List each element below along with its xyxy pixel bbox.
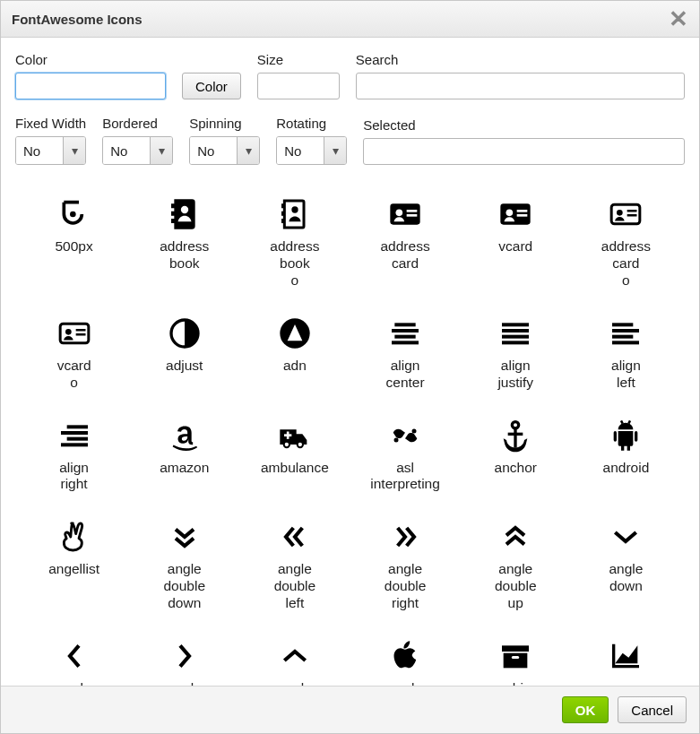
icon-label: angle down	[609, 561, 643, 595]
selected-input[interactable]	[363, 138, 685, 165]
icon-anchor[interactable]: anchor	[461, 408, 571, 510]
icon-angle-double-right[interactable]: angle double right	[350, 509, 460, 628]
icon-adjust[interactable]: adjust	[129, 306, 239, 408]
svg-point-8	[506, 210, 514, 217]
icon-angle-up[interactable]: angle up	[239, 628, 350, 686]
color-label: Color	[15, 52, 166, 67]
cancel-button[interactable]: Cancel	[618, 696, 687, 723]
icon-label: ambulance	[261, 460, 329, 477]
icon-ambulance[interactable]: ambulance	[239, 408, 350, 510]
icon-address-card-o[interactable]: address card o	[571, 186, 681, 306]
icon-label: address card	[380, 238, 429, 272]
icon-label: align left	[611, 358, 641, 392]
close-icon[interactable]: ✕	[669, 7, 688, 30]
fontawesome-dialog: FontAwesome Icons ✕ Color Color Size Sea…	[0, 0, 700, 734]
icon-label: angellist	[48, 561, 99, 578]
address-card-o-icon	[605, 194, 646, 235]
icon-label: angle double left	[274, 561, 316, 612]
angle-double-right-icon	[385, 516, 426, 557]
angle-left-icon	[54, 635, 95, 677]
svg-rect-22	[392, 329, 419, 332]
align-right-icon	[54, 415, 95, 456]
icon-address-book-o[interactable]: address book o	[239, 186, 350, 306]
icon-angle-double-down[interactable]: angle double down	[129, 509, 239, 628]
svg-point-16	[65, 329, 72, 335]
color-input[interactable]	[15, 73, 166, 99]
icon-angle-left[interactable]: angle left	[19, 628, 129, 686]
icon-apple[interactable]: apple	[350, 628, 460, 686]
svg-rect-26	[502, 329, 529, 332]
svg-rect-17	[75, 329, 85, 332]
spinning-select[interactable]: No ▾	[189, 136, 260, 165]
ok-button[interactable]: OK	[562, 696, 609, 723]
icon-asl-interpreting[interactable]: asl interpreting	[350, 408, 460, 510]
svg-rect-34	[61, 431, 88, 435]
svg-rect-24	[392, 341, 419, 344]
address-book-icon	[164, 194, 205, 235]
icon-vcard-o[interactable]: vcard o	[19, 306, 129, 408]
500px-icon	[54, 194, 95, 235]
chevron-down-icon: ▾	[324, 137, 346, 164]
icon-angellist[interactable]: angellist	[19, 509, 129, 628]
svg-rect-45	[635, 431, 637, 442]
svg-rect-21	[394, 323, 415, 326]
icon-label: align right	[59, 460, 89, 494]
size-input[interactable]	[257, 73, 340, 99]
icon-label: asl interpreting	[370, 460, 440, 494]
icon-archive[interactable]: archive	[461, 628, 571, 686]
icon-label: 500px	[55, 238, 92, 255]
icon-align-right[interactable]: align right	[19, 408, 129, 510]
address-book-o-icon	[274, 194, 315, 235]
bordered-select[interactable]: No ▾	[102, 136, 173, 165]
rotating-select[interactable]: No ▾	[276, 136, 347, 165]
color-button[interactable]: Color	[182, 73, 241, 99]
svg-rect-29	[612, 323, 633, 326]
icon-address-card[interactable]: address card	[350, 186, 460, 306]
icon-label: angle double up	[495, 561, 537, 612]
angle-down-icon	[605, 516, 646, 557]
svg-rect-50	[512, 656, 519, 659]
svg-rect-18	[75, 333, 85, 336]
apple-icon	[385, 635, 426, 677]
icon-align-center[interactable]: align center	[350, 306, 460, 408]
angle-double-left-icon	[274, 516, 315, 557]
icon-angle-down[interactable]: angle down	[571, 509, 681, 628]
vcard-o-icon	[54, 313, 95, 354]
align-center-icon	[385, 313, 426, 354]
chevron-down-icon: ▾	[237, 137, 259, 164]
icon-500px[interactable]: 500px	[19, 186, 129, 306]
icon-adn[interactable]: adn	[239, 306, 350, 408]
svg-point-43	[513, 421, 519, 427]
rotating-label: Rotating	[276, 116, 347, 131]
icon-area-chart[interactable]: area chart	[571, 628, 681, 686]
svg-rect-38	[284, 434, 291, 436]
svg-rect-32	[612, 341, 639, 344]
icon-grid-scroll[interactable]: 500pxaddress bookaddress book oaddress c…	[15, 181, 685, 686]
icon-address-book[interactable]: address book	[129, 186, 239, 306]
angle-right-icon	[164, 635, 205, 677]
icon-android[interactable]: android	[571, 408, 681, 510]
svg-rect-9	[517, 210, 528, 212]
archive-icon	[495, 635, 536, 677]
icon-label: address book	[160, 238, 209, 272]
selected-label: Selected	[363, 117, 685, 133]
icon-amazon[interactable]: amazon	[129, 408, 239, 510]
icon-label: adn	[283, 358, 307, 375]
search-input[interactable]	[356, 73, 685, 99]
icon-angle-double-up[interactable]: angle double up	[461, 509, 571, 628]
svg-rect-23	[394, 334, 415, 338]
icon-angle-right[interactable]: angle right	[129, 628, 239, 686]
icon-vcard[interactable]: vcard	[461, 186, 571, 306]
icon-label: angle double down	[163, 561, 205, 612]
icon-label: align center	[386, 358, 425, 392]
svg-point-39	[285, 442, 289, 445]
area-chart-icon	[605, 635, 646, 677]
icon-angle-double-left[interactable]: angle double left	[239, 509, 350, 628]
amazon-icon	[164, 415, 205, 456]
controls-row-1: Color Color Size Search	[15, 52, 685, 99]
angle-up-icon	[274, 635, 315, 677]
titlebar: FontAwesome Icons ✕	[1, 1, 699, 38]
icon-align-justify[interactable]: align justify	[461, 306, 571, 408]
icon-align-left[interactable]: align left	[571, 306, 681, 408]
fixed-width-select[interactable]: No ▾	[15, 136, 86, 165]
